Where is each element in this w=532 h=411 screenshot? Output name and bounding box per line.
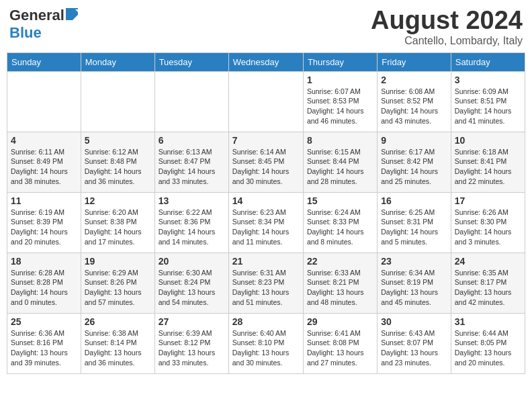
day-number: 16 [381,195,447,206]
calendar-cell [81,71,154,132]
calendar-cell: 3Sunrise: 6:09 AMSunset: 8:51 PMDaylight… [451,71,525,132]
weekday-header-sunday: Sunday [7,52,81,71]
calendar-cell: 9Sunrise: 6:17 AMSunset: 8:42 PMDaylight… [378,132,451,192]
day-info: Sunrise: 6:22 AMSunset: 8:36 PMDaylight:… [159,208,225,247]
location: Cantello, Lombardy, Italy [371,35,523,47]
day-info: Sunrise: 6:40 AMSunset: 8:10 PMDaylight:… [232,328,300,368]
day-info: Sunrise: 6:29 AMSunset: 8:26 PMDaylight:… [85,268,151,308]
weekday-header-tuesday: Tuesday [154,52,228,71]
day-info: Sunrise: 6:07 AMSunset: 8:53 PMDaylight:… [307,87,373,126]
day-number: 5 [85,135,151,146]
day-info: Sunrise: 6:23 AMSunset: 8:34 PMDaylight:… [232,208,300,247]
day-info: Sunrise: 6:35 AMSunset: 8:17 PMDaylight:… [455,268,521,308]
day-number: 15 [307,195,373,206]
day-number: 30 [381,316,447,327]
calendar-cell: 27Sunrise: 6:39 AMSunset: 8:12 PMDayligh… [154,313,228,373]
day-number: 7 [232,135,300,146]
day-number: 20 [159,256,225,267]
day-number: 26 [85,316,151,327]
calendar-cell: 17Sunrise: 6:26 AMSunset: 8:30 PMDayligh… [451,192,525,253]
calendar-cell: 7Sunrise: 6:14 AMSunset: 8:45 PMDaylight… [228,132,303,192]
calendar-cell: 14Sunrise: 6:23 AMSunset: 8:34 PMDayligh… [228,192,303,253]
logo: General Blue [9,7,78,42]
calendar-cell: 22Sunrise: 6:33 AMSunset: 8:21 PMDayligh… [303,253,377,313]
day-number: 19 [85,256,151,267]
day-number: 4 [11,135,77,146]
day-number: 24 [455,256,521,267]
calendar-cell: 10Sunrise: 6:18 AMSunset: 8:41 PMDayligh… [451,132,525,192]
day-info: Sunrise: 6:24 AMSunset: 8:33 PMDaylight:… [307,208,373,247]
calendar-week-row: 4Sunrise: 6:11 AMSunset: 8:49 PMDaylight… [7,132,525,192]
day-info: Sunrise: 6:43 AMSunset: 8:07 PMDaylight:… [381,328,447,368]
calendar-cell: 19Sunrise: 6:29 AMSunset: 8:26 PMDayligh… [81,253,154,313]
calendar-cell: 6Sunrise: 6:13 AMSunset: 8:47 PMDaylight… [154,132,228,192]
day-info: Sunrise: 6:41 AMSunset: 8:08 PMDaylight:… [307,328,373,368]
day-number: 9 [381,135,447,146]
day-number: 14 [232,195,300,206]
day-info: Sunrise: 6:18 AMSunset: 8:41 PMDaylight:… [455,147,521,187]
calendar-week-row: 11Sunrise: 6:19 AMSunset: 8:39 PMDayligh… [7,192,525,253]
day-number: 31 [455,316,521,327]
calendar-cell: 8Sunrise: 6:15 AMSunset: 8:44 PMDaylight… [303,132,377,192]
calendar-cell: 26Sunrise: 6:38 AMSunset: 8:14 PMDayligh… [81,313,154,373]
day-number: 22 [307,256,373,267]
day-info: Sunrise: 6:11 AMSunset: 8:49 PMDaylight:… [11,147,77,187]
day-number: 13 [159,195,225,206]
day-info: Sunrise: 6:13 AMSunset: 8:47 PMDaylight:… [159,147,225,187]
day-number: 11 [11,195,77,206]
day-number: 8 [307,135,373,146]
day-number: 17 [455,195,521,206]
day-info: Sunrise: 6:36 AMSunset: 8:16 PMDaylight:… [11,328,77,368]
day-info: Sunrise: 6:34 AMSunset: 8:19 PMDaylight:… [381,268,447,308]
day-info: Sunrise: 6:25 AMSunset: 8:31 PMDaylight:… [381,208,447,247]
day-info: Sunrise: 6:20 AMSunset: 8:38 PMDaylight:… [85,208,151,247]
day-info: Sunrise: 6:15 AMSunset: 8:44 PMDaylight:… [307,147,373,187]
day-info: Sunrise: 6:38 AMSunset: 8:14 PMDaylight:… [85,328,151,368]
month-year: August 2024 [371,7,523,35]
page-header: General Blue August 2024 Cantello, Lomba… [7,7,525,47]
calendar-cell: 20Sunrise: 6:30 AMSunset: 8:24 PMDayligh… [154,253,228,313]
weekday-header-saturday: Saturday [451,52,525,71]
calendar-cell: 16Sunrise: 6:25 AMSunset: 8:31 PMDayligh… [378,192,451,253]
day-info: Sunrise: 6:08 AMSunset: 8:52 PMDaylight:… [381,87,447,126]
day-info: Sunrise: 6:19 AMSunset: 8:39 PMDaylight:… [11,208,77,247]
calendar-cell: 11Sunrise: 6:19 AMSunset: 8:39 PMDayligh… [7,192,81,253]
calendar-cell: 29Sunrise: 6:41 AMSunset: 8:08 PMDayligh… [303,313,377,373]
weekday-header-friday: Friday [378,52,451,71]
day-number: 10 [455,135,521,146]
day-number: 27 [159,316,225,327]
day-number: 3 [455,75,521,85]
weekday-header-wednesday: Wednesday [228,52,303,71]
calendar-cell: 21Sunrise: 6:31 AMSunset: 8:23 PMDayligh… [228,253,303,313]
calendar-cell: 12Sunrise: 6:20 AMSunset: 8:38 PMDayligh… [81,192,154,253]
calendar-week-row: 18Sunrise: 6:28 AMSunset: 8:28 PMDayligh… [7,253,525,313]
calendar-cell: 1Sunrise: 6:07 AMSunset: 8:53 PMDaylight… [303,71,377,132]
day-info: Sunrise: 6:17 AMSunset: 8:42 PMDaylight:… [381,147,447,187]
day-info: Sunrise: 6:09 AMSunset: 8:51 PMDaylight:… [455,87,521,126]
day-info: Sunrise: 6:30 AMSunset: 8:24 PMDaylight:… [159,268,225,308]
title-section: August 2024 Cantello, Lombardy, Italy [371,7,523,47]
day-number: 18 [11,256,77,267]
day-number: 29 [307,316,373,327]
calendar-cell [154,71,228,132]
day-info: Sunrise: 6:12 AMSunset: 8:48 PMDaylight:… [85,147,151,187]
day-number: 21 [232,256,300,267]
calendar-cell [7,71,81,132]
calendar-cell: 15Sunrise: 6:24 AMSunset: 8:33 PMDayligh… [303,192,377,253]
day-info: Sunrise: 6:44 AMSunset: 8:05 PMDaylight:… [455,328,521,368]
calendar-cell: 4Sunrise: 6:11 AMSunset: 8:49 PMDaylight… [7,132,81,192]
day-info: Sunrise: 6:31 AMSunset: 8:23 PMDaylight:… [232,268,300,308]
calendar-week-row: 1Sunrise: 6:07 AMSunset: 8:53 PMDaylight… [7,71,525,132]
calendar-cell: 30Sunrise: 6:43 AMSunset: 8:07 PMDayligh… [378,313,451,373]
day-number: 12 [85,195,151,206]
calendar-cell: 31Sunrise: 6:44 AMSunset: 8:05 PMDayligh… [451,313,525,373]
logo-icon [66,8,78,23]
weekday-header-thursday: Thursday [303,52,377,71]
calendar-cell: 18Sunrise: 6:28 AMSunset: 8:28 PMDayligh… [7,253,81,313]
weekday-header-row: SundayMondayTuesdayWednesdayThursdayFrid… [7,52,525,71]
day-info: Sunrise: 6:28 AMSunset: 8:28 PMDaylight:… [11,268,77,308]
day-number: 25 [11,316,77,327]
calendar-cell: 13Sunrise: 6:22 AMSunset: 8:36 PMDayligh… [154,192,228,253]
calendar-table: SundayMondayTuesdayWednesdayThursdayFrid… [7,52,525,374]
calendar-cell: 28Sunrise: 6:40 AMSunset: 8:10 PMDayligh… [228,313,303,373]
